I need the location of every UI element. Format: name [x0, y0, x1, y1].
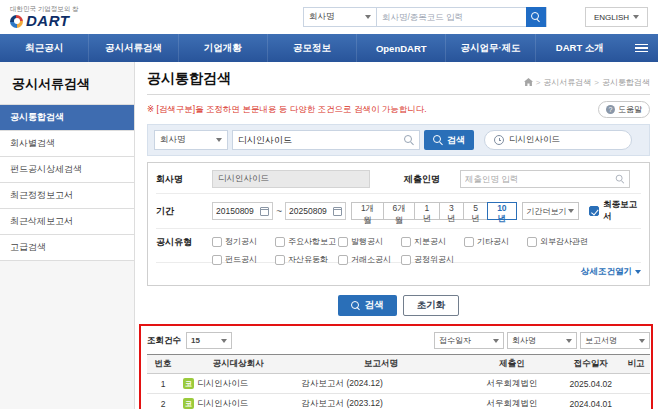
period-range-group: 1개월 6개월 1년 3년 5년 10년 — [352, 202, 516, 220]
nav-item-opendart[interactable]: OpenDART — [356, 34, 445, 62]
header-search-input[interactable] — [377, 12, 526, 22]
company-name-field[interactable] — [212, 170, 370, 188]
result-count-select[interactable]: 15 — [186, 332, 232, 349]
report-name-link[interactable]: 감사보고서 (2023.12) — [302, 398, 383, 408]
header-search-button[interactable] — [526, 7, 546, 27]
sidebar-item-advanced-search[interactable]: 고급검색 — [0, 235, 134, 261]
calendar-icon[interactable] — [260, 207, 269, 216]
row-date: 2024.04.01 — [560, 394, 622, 409]
type-major-issues-checkbox[interactable]: 주요사항보고 — [275, 236, 338, 247]
nav-item-dart-intro[interactable]: DART 소개 — [535, 34, 624, 62]
checkbox-icon — [338, 237, 348, 247]
chevron-down-icon — [639, 339, 645, 343]
col-date: 접수일자 — [560, 355, 622, 374]
type-asset-backed-checkbox[interactable]: 자산유동화 — [275, 254, 338, 265]
main-content: 공시통합검색 > 공시서류검색 > 공시통합검색 ※ [검색구분]을 조정하면 … — [135, 62, 658, 409]
english-button[interactable]: ENGLISH — [585, 7, 648, 27]
detail-conditions-toggle[interactable]: 상세조건열기 — [581, 266, 641, 278]
checkbox-icon — [527, 237, 537, 247]
reset-button[interactable]: 초기화 — [403, 295, 460, 316]
period-start-input[interactable] — [216, 206, 258, 216]
range-1year-button[interactable]: 1년 — [414, 202, 439, 220]
search-icon[interactable] — [404, 135, 414, 145]
range-5year-button[interactable]: 5년 — [463, 202, 488, 220]
type-issuance-checkbox[interactable]: 발행공시 — [338, 236, 401, 247]
kosdaq-badge: 코 — [183, 398, 194, 409]
type-fund-checkbox[interactable]: 펀드공시 — [212, 254, 275, 265]
col-no: 번호 — [147, 355, 179, 374]
quick-search-field — [232, 130, 420, 150]
search-icon[interactable] — [616, 175, 625, 184]
col-note: 비고 — [622, 355, 650, 374]
main-nav: 최근공시 공시서류검색 기업개황 공모정보 OpenDART 공시업무·제도 D… — [0, 34, 658, 62]
search-button[interactable]: 검색 — [338, 295, 397, 316]
calendar-icon[interactable] — [333, 207, 342, 216]
nav-item-disclosure-system[interactable]: 공시업무·제도 — [445, 34, 534, 62]
row-note — [622, 394, 650, 409]
submitter-field[interactable] — [465, 174, 615, 184]
sort-by-report-select[interactable]: 보고서명 — [580, 332, 650, 349]
breadcrumb-item[interactable]: 공시서류검색 — [543, 77, 591, 88]
home-icon[interactable] — [524, 78, 533, 87]
col-company: 공시대상회사 — [179, 355, 297, 374]
type-ownership-checkbox[interactable]: 지분공시 — [401, 236, 464, 247]
type-external-audit-checkbox[interactable]: 외부감사관련 — [527, 236, 590, 247]
submitter-field-wrap — [460, 170, 630, 188]
chevron-down-icon — [216, 138, 222, 142]
checkbox-icon — [275, 255, 285, 265]
nav-item-disclosure-search[interactable]: 공시서류검색 — [88, 34, 177, 62]
nav-item-recent-disclosure[interactable]: 최근공시 — [0, 34, 88, 62]
dart-logo[interactable]: 대한민국 기업정보의 창 DART — [10, 5, 79, 30]
quick-search-input[interactable] — [238, 135, 404, 145]
range-6month-button[interactable]: 6개월 — [383, 202, 416, 220]
period-end-wrap — [285, 202, 346, 220]
sidebar-item-integrated-search[interactable]: 공시통합검색 — [0, 105, 134, 131]
period-start-wrap — [212, 202, 273, 220]
checkbox-icon — [464, 237, 474, 247]
period-end-input[interactable] — [289, 206, 331, 216]
search-icon — [351, 301, 361, 311]
filter-box: 회사명 제출인명 기간 ~ — [147, 162, 650, 286]
help-button[interactable]: ? 도움말 — [598, 101, 650, 118]
range-10year-button[interactable]: 10년 — [487, 202, 516, 220]
type-other-checkbox[interactable]: 기타공시 — [464, 236, 527, 247]
search-icon — [531, 12, 541, 22]
period-more-select[interactable]: 기간더보기 — [522, 202, 580, 220]
nav-item-company-overview[interactable]: 기업개황 — [178, 34, 267, 62]
company-name-link[interactable]: 디시인사이드 — [197, 398, 248, 409]
range-3year-button[interactable]: 3년 — [439, 202, 464, 220]
sidebar: 공시서류검색 공시통합검색 회사별검색 펀드공시상세검색 최근정정보고서 최근삭… — [0, 62, 135, 409]
table-header-row: 번호 공시대상회사 보고서명 제출인 접수일자 비고 — [147, 355, 650, 374]
header-company-select[interactable]: 회사명 — [303, 7, 377, 27]
nav-item-public-offering[interactable]: 공모정보 — [267, 34, 356, 62]
quick-search-button[interactable]: 검색 — [424, 130, 474, 150]
col-submitter: 제출인 — [464, 355, 559, 374]
company-name-link[interactable]: 디시인사이드 — [197, 378, 248, 390]
type-periodic-checkbox[interactable]: 정기공시 — [212, 236, 275, 247]
dart-logo-icon — [10, 15, 23, 28]
period-label: 기간 — [156, 205, 212, 218]
menu-icon[interactable] — [624, 34, 658, 62]
results-table: 번호 공시대상회사 보고서명 제출인 접수일자 비고 1 코 — [147, 354, 650, 409]
report-name-link[interactable]: 감사보고서 (2024.12) — [302, 378, 383, 388]
recent-search-box[interactable]: 디시인사이드 — [484, 130, 632, 150]
chevron-down-icon — [568, 209, 574, 213]
sort-by-date-select[interactable]: 접수일자 — [434, 332, 504, 349]
sidebar-item-fund-search[interactable]: 펀드공시상세검색 — [0, 157, 134, 183]
clock-icon — [494, 135, 504, 145]
form-actions: 검색 초기화 — [147, 286, 650, 318]
sidebar-item-company-search[interactable]: 회사별검색 — [0, 131, 134, 157]
sidebar-item-recent-deleted[interactable]: 최근삭제보고서 — [0, 209, 134, 235]
row-note — [622, 374, 650, 394]
question-icon: ? — [606, 105, 615, 114]
disclosure-type-label: 공시유형 — [156, 234, 212, 249]
type-exchange-checkbox[interactable]: 거래소공시 — [338, 254, 401, 265]
type-ftc-checkbox[interactable]: 공정위공시 — [401, 254, 464, 265]
sidebar-item-recent-corrections[interactable]: 최근정정보고서 — [0, 183, 134, 209]
range-1month-button[interactable]: 1개월 — [351, 202, 384, 220]
sort-by-company-select[interactable]: 회사명 — [507, 332, 577, 349]
search-category-select[interactable]: 회사명 — [154, 130, 228, 150]
logo-slogan: 대한민국 기업정보의 창 — [10, 5, 79, 12]
row-submitter: 서우회계법인 — [464, 394, 559, 409]
final-report-checkbox[interactable]: 최종보고서 — [589, 199, 641, 223]
